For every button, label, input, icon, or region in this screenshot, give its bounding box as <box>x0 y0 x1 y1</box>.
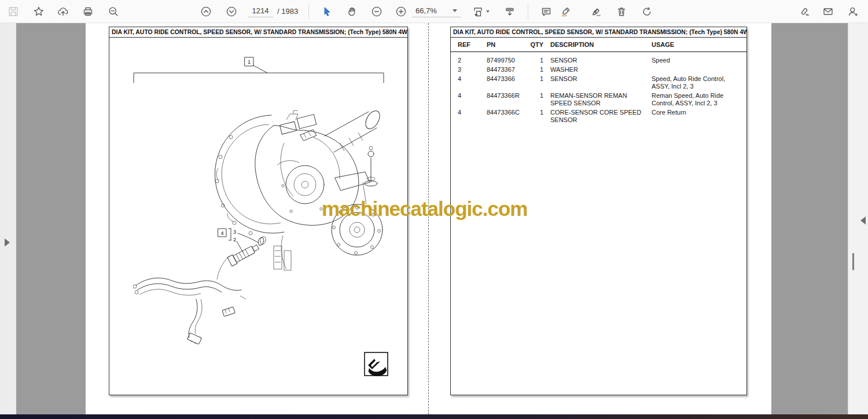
zoom-out-button[interactable] <box>370 5 384 19</box>
search-icon <box>108 6 119 17</box>
page-down-icon <box>226 6 237 17</box>
cell-pn: 87499750 <box>487 57 527 64</box>
callout-4-label: 4 <box>220 230 223 236</box>
cell-qty: 1 <box>527 75 543 90</box>
cell-ref: 4 <box>458 92 487 107</box>
page-up-icon <box>200 6 212 17</box>
page-divider <box>428 23 429 414</box>
table-row: 4 84473366R 1 REMAN-SENSOR REMAN SPEED S… <box>451 92 746 107</box>
select-tool-button[interactable] <box>320 5 334 19</box>
profile-add-icon <box>847 6 859 17</box>
cell-pn: 84473366R <box>487 92 527 107</box>
cell-qty: 1 <box>527 66 543 73</box>
page-total-label: / 1983 <box>277 7 298 16</box>
document-spread: DIA KIT, AUTO RIDE CONTROL, SPEED SENSOR… <box>86 23 771 414</box>
zoom-level-value: 66,7% <box>415 6 437 15</box>
sign-button[interactable] <box>590 5 604 19</box>
table-row: 2 87499750 1 SENSOR Speed <box>451 57 746 64</box>
share-link-icon <box>799 6 810 17</box>
col-header-pn: PN <box>487 41 527 48</box>
next-page-button[interactable] <box>225 5 238 19</box>
save-button[interactable] <box>6 5 20 19</box>
zoom-in-button[interactable] <box>394 5 408 19</box>
page-title: DIA KIT, AUTO RIDE CONTROL, SPEED SENSOR… <box>451 27 746 38</box>
right-scroll-panel <box>848 23 868 419</box>
cell-desc: SENSOR <box>543 57 645 64</box>
zoom-in-icon <box>395 6 407 17</box>
toolbar-separator <box>528 4 528 19</box>
previous-page-button[interactable] <box>199 5 213 19</box>
fit-width-button[interactable] <box>471 5 485 19</box>
cell-pn: 84473366C <box>487 109 527 124</box>
search-button[interactable] <box>106 5 120 19</box>
mail-button[interactable] <box>821 5 835 19</box>
table-row: 3 84473367 1 WASHER <box>451 66 746 73</box>
fit-width-icon <box>472 6 484 17</box>
mail-icon <box>822 6 834 17</box>
parts-diagram: 1 <box>109 38 407 395</box>
toolbar-separator <box>308 4 309 19</box>
cloud-upload-button[interactable] <box>56 5 70 19</box>
highlight-button[interactable] <box>558 5 572 19</box>
cell-ref: 4 <box>458 109 487 124</box>
toolbar: / 1983 66,7% <box>0 0 868 23</box>
col-header-ref: REF <box>458 41 487 48</box>
star-icon <box>33 6 45 17</box>
hand-tool-icon <box>346 6 358 17</box>
favorite-button[interactable] <box>32 5 46 19</box>
comment-icon <box>540 6 552 17</box>
page-number-input[interactable] <box>248 5 273 17</box>
share-link-button[interactable] <box>797 5 811 19</box>
zoom-level-select[interactable]: 66,7% <box>412 5 461 17</box>
hand-tool-button[interactable] <box>345 5 359 19</box>
cell-ref: 4 <box>458 75 487 90</box>
cell-usage: Reman Speed, Auto Ride Control, ASSY, In… <box>645 92 741 107</box>
cell-pn: 84473366 <box>487 75 527 90</box>
cell-usage: Speed <box>645 57 741 64</box>
table-row: 4 84473366 1 SENSOR Speed, Auto Ride Con… <box>451 75 746 90</box>
parts-list-page: DIA KIT, AUTO RIDE CONTROL, SPEED SENSOR… <box>450 27 747 395</box>
print-icon <box>82 6 94 17</box>
cell-ref: 2 <box>458 57 487 64</box>
expand-left-pane-arrow-icon[interactable] <box>5 238 10 247</box>
table-body: 2 87499750 1 SENSOR Speed 3 84473367 1 W… <box>451 52 746 124</box>
cell-qty: 1 <box>527 57 543 64</box>
profile-button[interactable] <box>846 5 860 19</box>
cell-desc: CORE-SENSOR CORE SPEED SENSOR <box>543 109 645 124</box>
scroll-mode-button[interactable] <box>503 5 517 19</box>
cell-desc: SENSOR <box>543 75 645 90</box>
callout-2-label: 2 <box>233 237 236 242</box>
cell-desc: WASHER <box>543 66 645 73</box>
cell-usage <box>645 66 741 73</box>
next-page-edge <box>0 414 868 419</box>
table-header-row: REF PN QTY DESCRIPTION USAGE <box>451 38 746 52</box>
signature-icon <box>591 6 602 17</box>
diagram-page: DIA KIT, AUTO RIDE CONTROL, SPEED SENSOR… <box>109 27 408 395</box>
cell-qty: 1 <box>527 92 543 107</box>
chevron-down-icon[interactable] <box>486 10 490 13</box>
trash-icon <box>616 6 627 17</box>
vertical-scrollbar[interactable] <box>852 253 854 270</box>
col-header-qty: QTY <box>527 41 543 48</box>
table-row: 4 84473366C 1 CORE-SENSOR CORE SPEED SEN… <box>451 109 746 124</box>
select-cursor-icon <box>321 6 333 17</box>
highlighter-icon <box>560 6 571 17</box>
brand-logo <box>365 352 388 376</box>
redo-button[interactable] <box>640 5 654 19</box>
cell-usage: Speed, Auto Ride Control, ASSY, Incl 2, … <box>645 75 741 90</box>
cell-pn: 84473367 <box>487 66 527 73</box>
col-header-usage: USAGE <box>645 41 741 48</box>
chevron-down-icon <box>453 9 457 12</box>
expand-right-pane-arrow-icon[interactable] <box>860 216 866 225</box>
delete-button[interactable] <box>615 5 628 19</box>
pdf-viewer-window: / 1983 66,7% <box>0 0 868 419</box>
cell-usage: Core Return <box>645 109 741 124</box>
cloud-upload-icon <box>57 6 69 17</box>
left-pane-strip <box>0 23 16 419</box>
cell-desc: REMAN-SENSOR REMAN SPEED SENSOR <box>543 92 645 107</box>
comment-button[interactable] <box>539 5 553 19</box>
callout-1-label: 1 <box>248 59 251 65</box>
print-button[interactable] <box>81 5 95 19</box>
redo-icon <box>641 6 653 17</box>
save-icon <box>8 6 19 17</box>
